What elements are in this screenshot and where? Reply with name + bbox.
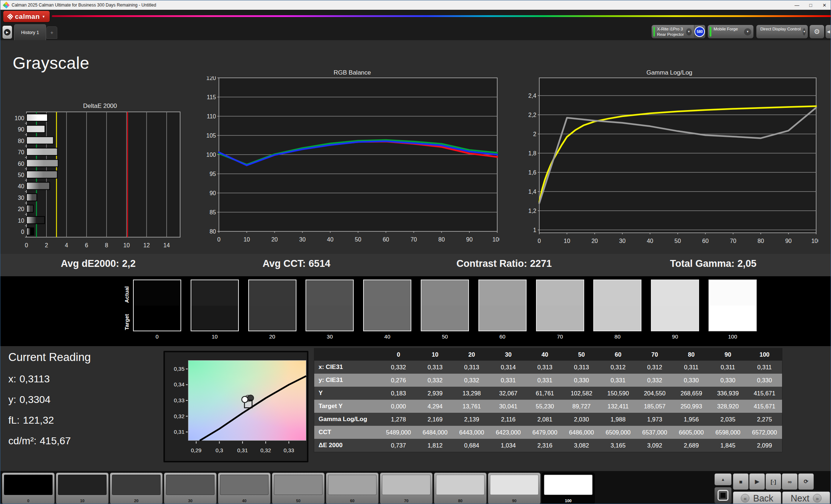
table-row: Target Y0,0004,29413,76130,04155,23089,7… <box>314 400 782 413</box>
patch-swatch <box>112 475 161 495</box>
actual-swatch <box>479 280 526 306</box>
table-cell: 268,659 <box>673 387 710 400</box>
actual-row-label: Actual <box>124 286 130 303</box>
svg-text:30: 30 <box>619 238 626 244</box>
table-cell: 132,411 <box>600 400 636 413</box>
source-device-dropdown[interactable]: Mobile Forge ▼ <box>708 25 753 38</box>
table-row-label: Y <box>314 387 380 400</box>
maximize-button[interactable]: □ <box>804 0 818 10</box>
target-swatch <box>191 306 238 331</box>
patch-button-60[interactable]: 60 <box>326 472 379 504</box>
patch-button-90[interactable]: 90 <box>488 472 541 504</box>
deltae-bar-chart: 024681012141009080706050403020100 <box>15 110 187 253</box>
svg-text:100: 100 <box>493 236 499 243</box>
minimize-button[interactable]: — <box>790 0 804 10</box>
table-cell: 55,230 <box>527 400 563 413</box>
history-expand-button[interactable]: ▶ <box>3 26 12 39</box>
table-cell: 0,314 <box>490 361 527 374</box>
swatch-level-label: 20 <box>248 333 296 340</box>
patch-window-button[interactable] <box>714 487 732 504</box>
title-bar: Calman 2025 Calman Ultimate for Business… <box>0 0 831 10</box>
patch-label: 20 <box>110 499 162 503</box>
settings-button[interactable]: ⚙ <box>810 25 824 38</box>
stop-icon: ■ <box>739 479 742 485</box>
svg-text:0,31: 0,31 <box>237 447 248 453</box>
add-tab-button[interactable]: + <box>46 26 57 39</box>
patch-button-40[interactable]: 40 <box>218 472 271 504</box>
svg-text:115: 115 <box>207 94 216 100</box>
patch-button-50[interactable]: 50 <box>272 472 325 504</box>
table-row: Y0,1832,93913,29832,06761,761102,582150,… <box>314 387 782 400</box>
svg-text:20: 20 <box>271 236 278 243</box>
spectrum-divider <box>52 15 831 17</box>
table-row: x: CIE310,3320,3130,3130,3140,3130,3130,… <box>314 361 782 374</box>
patch-button-100[interactable]: 100 <box>542 472 595 504</box>
svg-text:80: 80 <box>439 236 445 243</box>
collapse-panel-button[interactable]: ◀ <box>826 25 831 38</box>
refresh-button[interactable]: ⟳ <box>798 473 814 490</box>
patch-button-0[interactable]: 0 <box>2 472 55 504</box>
stop-button[interactable]: ■ <box>733 473 749 490</box>
patch-swatch <box>166 475 215 495</box>
svg-text:50: 50 <box>674 238 681 244</box>
meter-badge-segment[interactable]: 580 <box>694 25 705 38</box>
swatch-level-label: 40 <box>363 333 411 340</box>
table-cell: 6486,000 <box>563 426 600 439</box>
patch-panel-up-button[interactable]: ▲ <box>714 473 732 486</box>
play-icon: ▶ <box>6 30 9 34</box>
play-button[interactable]: ▶ <box>749 473 765 490</box>
calman-menu-button[interactable]: calman ▼ <box>3 11 50 22</box>
read-series-button[interactable]: [·] <box>765 473 781 490</box>
svg-text:1,4: 1,4 <box>528 189 536 195</box>
table-cell: 336,939 <box>710 387 746 400</box>
actual-swatch <box>364 280 411 306</box>
svg-text:95: 95 <box>209 171 216 177</box>
back-button[interactable]: « Back <box>733 491 781 504</box>
patch-label: 10 <box>56 499 108 503</box>
reading-y: y:0,3304 <box>8 394 91 406</box>
patch-button-30[interactable]: 30 <box>164 472 217 504</box>
patch-button-80[interactable]: 80 <box>434 472 487 504</box>
patch-button-20[interactable]: 20 <box>110 472 163 504</box>
table-cell: 102,582 <box>563 387 600 400</box>
svg-text:14: 14 <box>163 242 170 248</box>
patch-swatch <box>274 475 323 495</box>
table-cell: 61,761 <box>527 387 563 400</box>
table-cell: 204,550 <box>636 387 673 400</box>
svg-text:0,33: 0,33 <box>174 397 184 403</box>
svg-text:2,4: 2,4 <box>528 93 536 99</box>
svg-text:80: 80 <box>18 138 24 144</box>
table-cell: 0,737 <box>380 439 417 452</box>
patch-button-70[interactable]: 70 <box>380 472 433 504</box>
svg-text:90: 90 <box>209 190 216 196</box>
calman-logo-icon <box>8 14 13 19</box>
close-button[interactable]: ✕ <box>818 0 831 10</box>
tab-history-1[interactable]: History 1 <box>14 24 46 40</box>
svg-text:70: 70 <box>18 149 24 155</box>
continuous-button[interactable]: ∞ <box>782 473 798 490</box>
grayscale-swatch-60 <box>478 280 527 331</box>
svg-text:80: 80 <box>209 228 216 235</box>
patch-toolbar: ▲ ■▶[·]∞⟳ 0102030405060708090100 <box>0 471 831 504</box>
table-cell: 0,311 <box>710 361 746 374</box>
patch-button-10[interactable]: 10 <box>56 472 109 504</box>
display-control-dropdown[interactable]: Direct Display Control ▼ <box>756 25 808 38</box>
grayscale-swatch-strip: Actual Target 0102030405060708090100 <box>0 276 831 346</box>
table-cell: 3,082 <box>563 439 600 452</box>
svg-text:1,2: 1,2 <box>528 208 536 214</box>
svg-text:2,2: 2,2 <box>528 112 536 118</box>
table-cell: 0,313 <box>417 361 453 374</box>
patch-label: 60 <box>326 499 378 503</box>
table-cell: 0,313 <box>453 361 490 374</box>
table-cell: 6423,000 <box>490 426 527 439</box>
reading-x: x:0,3113 <box>8 373 91 385</box>
svg-text:100: 100 <box>206 152 216 158</box>
table-column-header: 100 <box>746 348 783 361</box>
table-column-header: 40 <box>527 348 563 361</box>
svg-text:30: 30 <box>18 195 24 201</box>
next-button[interactable]: Next » <box>782 491 830 504</box>
svg-text:10: 10 <box>244 236 250 243</box>
svg-text:0: 0 <box>217 236 221 243</box>
svg-text:120: 120 <box>206 76 216 81</box>
meter-device-dropdown[interactable]: X-Rite i1Pro 3Rear Projector ▼ 580 <box>652 25 705 38</box>
